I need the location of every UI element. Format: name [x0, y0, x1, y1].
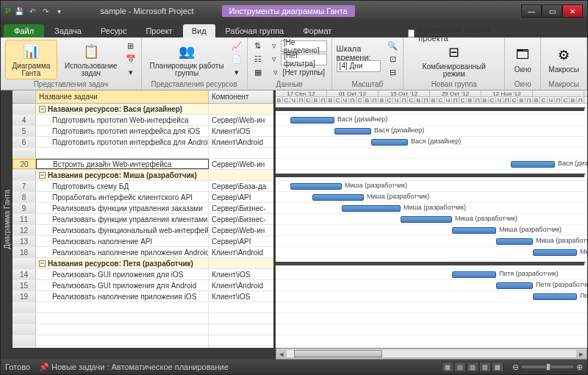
timescale-select[interactable]: [4] Дни	[337, 60, 383, 72]
resource-sheet-button[interactable]: 📄	[231, 53, 243, 65]
tab-формат[interactable]: Формат	[294, 24, 340, 38]
zoom-button[interactable]: 🔍	[387, 40, 398, 52]
component-cell[interactable]: Клиент\iOS	[209, 291, 273, 301]
task-bar[interactable]	[496, 282, 533, 289]
gantt-row[interactable]: Петя (разработчик)	[276, 280, 587, 291]
task-row[interactable]: 6Подготовить прототип интерфейса для And…	[12, 137, 273, 148]
row-number[interactable]: 11	[12, 214, 36, 224]
task-name-cell[interactable]: Подготовить прототип интерфейса для Andr…	[36, 137, 209, 147]
component-cell[interactable]: Сервер\Бизнес-	[209, 203, 273, 213]
task-row[interactable]: 7Подготовить схему БДСервер\База-да	[12, 181, 273, 192]
outline-button[interactable]: ☷	[252, 53, 264, 65]
component-cell[interactable]: Сервер\База-да	[209, 181, 273, 191]
filter-select[interactable]: ▿[Нет фильтра]	[270, 53, 327, 65]
task-name-cell[interactable]: Встроить дизайн Web-интерфейса	[36, 159, 209, 169]
select-all-cell[interactable]	[12, 90, 36, 103]
row-number[interactable]: 4	[12, 115, 36, 125]
zoom-control[interactable]: ⊖ ⊕	[512, 362, 583, 372]
tab-задача[interactable]: Задача	[46, 24, 90, 38]
task-name-cell[interactable]: Реализовать GUI приложения для iOS	[36, 269, 209, 279]
component-cell[interactable]: Клиент\Android	[209, 280, 273, 290]
summary-bar[interactable]	[276, 174, 584, 177]
component-cell[interactable]: Сервер\API	[209, 236, 273, 246]
row-number[interactable]: 19	[12, 291, 36, 301]
task-name-cell[interactable]: −Названия ресурсов: Петя (разработчик)	[36, 258, 209, 268]
task-bar[interactable]	[511, 161, 555, 168]
zoom-selected-button[interactable]: ⊟	[387, 66, 398, 79]
view-network-icon[interactable]: ▧	[467, 362, 478, 372]
task-name-cell[interactable]: Реализовать функции управления заказами	[36, 203, 209, 213]
save-icon[interactable]: 💾	[13, 5, 25, 17]
row-number[interactable]: 7	[12, 181, 36, 191]
task-bar[interactable]	[533, 249, 577, 256]
component-cell[interactable]: Клиент\iOS	[209, 126, 273, 136]
gantt-body[interactable]: Названия ресурВася (дизайнер)Вася (дизай…	[276, 104, 587, 348]
component-cell[interactable]: Сервер\Web-ин	[209, 225, 273, 235]
gantt-row[interactable]: Вася (дизайнер)	[276, 115, 587, 126]
task-row[interactable]	[12, 148, 273, 159]
tables-button[interactable]: ▦	[252, 66, 264, 79]
gantt-row[interactable]: Петя (разработчик)	[276, 269, 587, 280]
task-bar[interactable]	[290, 183, 342, 190]
collapse-icon[interactable]: −	[39, 106, 46, 113]
empty-row[interactable]	[12, 302, 273, 313]
grid-body[interactable]: −Названия ресурсов: Вася (дизайнер)4Подг…	[12, 104, 273, 348]
gantt-row[interactable]: Миша (разработчик)	[276, 192, 587, 203]
context-tab-label[interactable]: Инструменты диаграммы Ганта	[222, 5, 355, 17]
task-name-cell[interactable]: Подготовить прототип Web-интерфейса	[36, 115, 209, 125]
close-button[interactable]: ✕	[562, 4, 583, 18]
row-number[interactable]	[12, 104, 36, 114]
row-number[interactable]	[12, 170, 36, 180]
tab-рабочая группа[interactable]: Рабочая группа	[217, 24, 293, 38]
tab-ресурс[interactable]: Ресурс	[92, 24, 135, 38]
zoom-in-icon[interactable]: ⊕	[576, 362, 583, 372]
task-row[interactable]: 12Реализовать функциональный web-интерфе…	[12, 225, 273, 236]
gantt-row[interactable]: Названия ресур	[276, 104, 587, 115]
task-bar[interactable]	[342, 205, 401, 212]
group-row[interactable]: −Названия ресурсов: Миша (разработчик)	[12, 170, 273, 181]
gantt-row[interactable]	[276, 335, 587, 346]
other-views-button[interactable]: ▾	[125, 66, 137, 79]
row-number[interactable]	[12, 258, 36, 268]
view-gantt-icon[interactable]: ▦	[442, 362, 453, 372]
task-name-cell[interactable]: Подготовить схему БД	[36, 181, 209, 191]
gantt-row[interactable]	[276, 324, 587, 335]
task-name-cell[interactable]: Реализовать наполнение приложения Androi…	[36, 247, 209, 257]
task-name-cell[interactable]: −Названия ресурсов: Миша (разработчик)	[36, 170, 209, 180]
task-row[interactable]: 20Встроить дизайн Web-интерфейсаСервер\W…	[12, 159, 273, 170]
task-bar[interactable]	[312, 194, 364, 201]
column-component[interactable]: Компонент	[209, 90, 273, 103]
other-res-views-button[interactable]: ▾	[231, 66, 243, 79]
component-cell[interactable]: Клиент\iOS	[209, 269, 273, 279]
file-tab[interactable]: Файл	[4, 24, 44, 38]
view-bar[interactable]: Диаграмма Ганта	[1, 90, 12, 348]
gantt-row[interactable]: Миша (разработчик)	[276, 203, 587, 214]
gantt-row[interactable]: Миша (разработчик)	[276, 214, 587, 225]
summary-bar[interactable]	[276, 262, 584, 265]
task-name-cell[interactable]: Реализовать наполнение API	[36, 236, 209, 246]
component-cell[interactable]	[209, 148, 273, 158]
task-name-cell[interactable]	[36, 148, 209, 158]
task-name-cell[interactable]: Подготовить прототип интерфейса для iOS	[36, 126, 209, 136]
task-row[interactable]: 4Подготовить прототип Web-интерфейсаСерв…	[12, 115, 273, 126]
empty-row[interactable]	[12, 335, 273, 346]
maximize-button[interactable]: ▭	[542, 4, 562, 18]
sort-button[interactable]: ⇅	[252, 40, 264, 52]
zoom-out-icon[interactable]: ⊖	[512, 362, 519, 372]
qat-more-icon[interactable]: ▾	[53, 5, 65, 17]
component-cell[interactable]: Клиент\Android	[209, 137, 273, 147]
gantt-chart[interactable]: 17 Сен '1201 Окт '1215 Окт '1229 Окт '12…	[276, 90, 587, 348]
task-bar[interactable]	[334, 128, 371, 135]
collapse-icon[interactable]: −	[39, 172, 46, 179]
task-bar[interactable]	[452, 227, 496, 234]
tab-вид[interactable]: Вид	[183, 24, 215, 38]
collapse-icon[interactable]: −	[39, 260, 46, 267]
task-usage-button[interactable]: 📋 Использование задач	[60, 40, 122, 79]
gantt-row[interactable]: Названия ресур	[276, 170, 587, 181]
row-number[interactable]: 6	[12, 137, 36, 147]
task-name-cell[interactable]: Реализовать функции управления клиентами	[36, 214, 209, 224]
component-cell[interactable]: Сервер\API	[209, 192, 273, 202]
task-name-cell[interactable]: Реализовать наполнение приложения iOS	[36, 291, 209, 301]
task-bar[interactable]	[290, 117, 334, 124]
component-cell[interactable]	[209, 104, 273, 114]
